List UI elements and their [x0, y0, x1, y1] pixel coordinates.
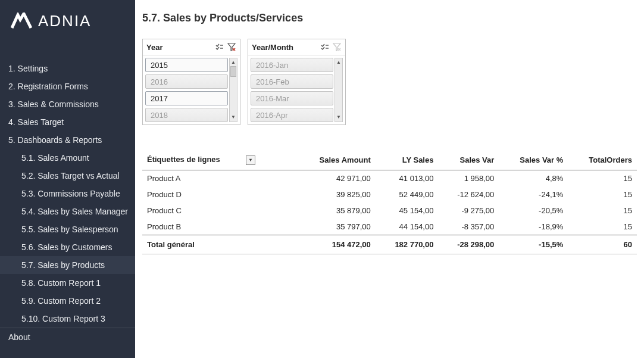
slicer-option[interactable]: 2016	[145, 74, 228, 89]
clear-filter-icon[interactable]	[332, 42, 342, 52]
sidebar-item-label: 5.1. Sales Amount	[21, 153, 89, 163]
scroll-up-icon[interactable]: ▲	[230, 59, 237, 66]
slicer-option[interactable]: 2016-Mar	[251, 91, 333, 105]
table-row[interactable]: Product B 35 797,00 44 154,00 -8 357,00 …	[142, 219, 637, 235]
table-row[interactable]: Product A 42 971,00 41 013,00 1 958,00 4…	[142, 170, 637, 186]
slicer-yearmonth: Year/Month 2016-Jan 2016-Feb 2016-Mar 20…	[248, 39, 346, 125]
slicer-option[interactable]: 2016-Feb	[251, 74, 333, 89]
sidebar-item-settings[interactable]: 1. Settings	[0, 60, 135, 77]
cell-total-orders: 15	[568, 203, 637, 219]
sidebar-nav: 1. Settings 2. Registration Forms 3. Sal…	[0, 42, 135, 345]
cell-total-ly-sales: 182 770,00	[376, 235, 439, 254]
slicer-yearmonth-body: 2016-Jan 2016-Feb 2016-Mar 2016-Apr ▲ ▼	[248, 55, 345, 124]
sidebar-sub-sales-by-products[interactable]: 5.7. Sales by Products	[0, 256, 135, 274]
cell-sales-var: -9 275,00	[438, 203, 499, 219]
sidebar-sub-sales-amount[interactable]: 5.1. Sales Amount	[0, 149, 135, 167]
scroll-up-icon[interactable]: ▲	[335, 59, 342, 66]
cell-total-orders: 15	[568, 170, 637, 186]
col-header-sales-var-pct[interactable]: Sales Var %	[499, 151, 568, 170]
cell-ly-sales: 45 154,00	[376, 203, 439, 219]
slicer-option[interactable]: 2015	[145, 58, 228, 72]
slicer-scrollbar[interactable]: ▲ ▼	[229, 58, 237, 122]
col-header-rowlabels[interactable]: Étiquettes de lignes ▾	[142, 151, 296, 170]
sidebar: ADNIA 1. Settings 2. Registration Forms …	[0, 0, 135, 358]
sidebar-item-sales-target[interactable]: 4. Sales Target	[0, 113, 135, 131]
col-header-sales-amount[interactable]: Sales Amount	[296, 151, 376, 170]
cell-ly-sales: 44 154,00	[376, 219, 439, 235]
cell-sales-amount: 35 879,00	[296, 203, 376, 219]
slicer-yearmonth-list: 2016-Jan 2016-Feb 2016-Mar 2016-Apr	[251, 58, 333, 122]
slicer-year: Year 2015 2016 2017 2018 ▲	[142, 39, 240, 125]
sidebar-sub-custom-report-2[interactable]: 5.9. Custom Report 2	[0, 292, 135, 310]
sidebar-sub-sales-target-vs-actual[interactable]: 5.2. Sales Target vs Actual	[0, 167, 135, 185]
col-header-sales-var[interactable]: Sales Var	[438, 151, 499, 170]
pivot-table: Étiquettes de lignes ▾ Sales Amount LY S…	[142, 151, 637, 254]
sidebar-sub-commissions-payable[interactable]: 5.3. Commissions Payable	[0, 185, 135, 203]
table-row[interactable]: Product C 35 879,00 45 154,00 -9 275,00 …	[142, 203, 637, 219]
sidebar-sub-sales-by-sales-manager[interactable]: 5.4. Sales by Sales Manager	[0, 203, 135, 220]
page-title: 5.7. Sales by Products/Services	[142, 12, 637, 24]
cell-ly-sales: 41 013,00	[376, 170, 439, 186]
scroll-thumb[interactable]	[230, 66, 236, 77]
sidebar-item-label: 5.6. Sales by Customers	[21, 242, 112, 252]
sidebar-item-label: 5.2. Sales Target vs Actual	[21, 171, 120, 180]
cell-sales-var-pct: -18,9%	[499, 219, 568, 235]
cell-sales-var: -8 357,00	[438, 219, 499, 235]
sidebar-item-about[interactable]: About	[0, 328, 135, 345]
cell-label: Product A	[142, 170, 296, 186]
multiselect-icon[interactable]	[215, 42, 224, 52]
sidebar-item-label: 4. Sales Target	[8, 117, 64, 127]
clear-filter-icon[interactable]	[227, 42, 236, 52]
sidebar-item-label: 5.5. Sales by Salesperson	[21, 225, 118, 234]
slicer-yearmonth-header: Year/Month	[248, 39, 345, 55]
slicer-option-label: 2015	[151, 61, 168, 70]
slicer-option-label: 2016-Feb	[256, 77, 289, 86]
col-header-total-orders[interactable]: TotalOrders	[568, 151, 637, 170]
sidebar-item-label: 5. Dashboards & Reports	[8, 135, 102, 145]
sidebar-item-sales-commissions[interactable]: 3. Sales & Commissions	[0, 95, 135, 113]
col-header-label: Étiquettes de lignes	[147, 155, 220, 164]
col-header-ly-sales[interactable]: LY Sales	[376, 151, 439, 170]
column-dropdown-icon[interactable]: ▾	[246, 155, 255, 165]
cell-sales-amount: 42 971,00	[296, 170, 376, 186]
cell-sales-var-pct: -20,5%	[499, 203, 568, 219]
slicer-option[interactable]: 2016-Apr	[251, 108, 333, 122]
cell-total-orders: 15	[568, 219, 637, 235]
sidebar-item-registration-forms[interactable]: 2. Registration Forms	[0, 77, 135, 95]
sidebar-sub-custom-report-1[interactable]: 5.8. Custom Report 1	[0, 274, 135, 292]
sidebar-item-dashboards-reports[interactable]: 5. Dashboards & Reports	[0, 131, 135, 149]
slicer-option-label: 2018	[151, 111, 168, 120]
sidebar-item-label: 1. Settings	[8, 64, 48, 73]
sidebar-item-label: 2. Registration Forms	[8, 82, 88, 91]
col-header-label: TotalOrders	[589, 155, 632, 164]
cell-sales-var: -12 624,00	[438, 186, 499, 203]
sidebar-item-label: 5.4. Sales by Sales Manager	[21, 207, 128, 216]
slicer-year-header: Year	[143, 39, 240, 55]
slicer-option-label: 2017	[151, 94, 168, 103]
scroll-down-icon[interactable]: ▼	[335, 114, 342, 121]
slicer-option[interactable]: 2017	[145, 91, 228, 105]
sidebar-sub-sales-by-customers[interactable]: 5.6. Sales by Customers	[0, 238, 135, 256]
slicer-scrollbar[interactable]: ▲ ▼	[334, 58, 343, 122]
sidebar-sub-custom-report-3[interactable]: 5.10. Custom Report 3	[0, 310, 135, 328]
table-row[interactable]: Product D 39 825,00 52 449,00 -12 624,00…	[142, 186, 637, 203]
slicer-title: Year/Month	[252, 43, 318, 52]
sidebar-sub-sales-by-salesperson[interactable]: 5.5. Sales by Salesperson	[0, 220, 135, 238]
sidebar-item-label: 5.9. Custom Report 2	[21, 296, 101, 306]
slicer-option[interactable]: 2018	[145, 108, 228, 122]
sidebar-item-label: 5.8. Custom Report 1	[21, 278, 101, 288]
sidebar-item-label: 5.7. Sales by Products	[21, 260, 105, 270]
cell-total-label: Total général	[142, 235, 296, 254]
slicer-option[interactable]: 2016-Jan	[251, 58, 333, 72]
cell-sales-var-pct: 4,8%	[499, 170, 568, 186]
col-header-label: Sales Var %	[520, 155, 563, 164]
cell-ly-sales: 52 449,00	[376, 186, 439, 203]
brand-logo: ADNIA	[0, 0, 135, 42]
cell-total-total-orders: 60	[568, 235, 637, 254]
sidebar-item-label: 5.3. Commissions Payable	[21, 189, 120, 198]
multiselect-icon[interactable]	[320, 42, 330, 52]
scroll-down-icon[interactable]: ▼	[230, 114, 237, 121]
slicer-year-body: 2015 2016 2017 2018 ▲ ▼	[143, 55, 240, 124]
cell-sales-var-pct: -24,1%	[499, 186, 568, 203]
cell-label: Product C	[142, 203, 296, 219]
